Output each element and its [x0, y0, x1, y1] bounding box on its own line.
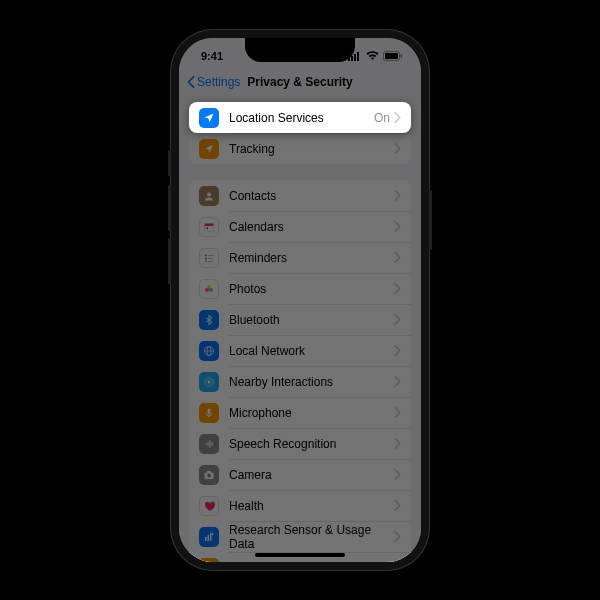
chevron-right-icon: [394, 218, 401, 236]
settings-row-network[interactable]: Local Network: [189, 335, 411, 366]
settings-row-health[interactable]: Health: [189, 490, 411, 521]
row-label: Contacts: [229, 189, 394, 203]
svg-point-15: [205, 260, 207, 262]
row-label: Camera: [229, 468, 394, 482]
svg-rect-2: [354, 54, 356, 61]
row-value: On: [374, 111, 390, 125]
svg-point-18: [205, 288, 209, 292]
settings-row-nearby[interactable]: Nearby Interactions: [189, 366, 411, 397]
svg-rect-12: [208, 255, 213, 256]
settings-row-bluetooth[interactable]: Bluetooth: [189, 304, 411, 335]
row-label: HomeKit: [229, 561, 394, 563]
chevron-right-icon: [394, 528, 401, 546]
location-icon: [199, 108, 219, 128]
chevron-right-icon: [394, 109, 401, 127]
svg-point-11: [205, 254, 207, 256]
nearby-icon: [199, 372, 219, 392]
chevron-right-icon: [394, 497, 401, 515]
calendar-icon: [199, 217, 219, 237]
speech-icon: [199, 434, 219, 454]
settings-group: Location ServicesOnTracking: [189, 102, 411, 164]
mic-icon: [199, 403, 219, 423]
svg-point-32: [207, 473, 211, 477]
health-icon: [199, 496, 219, 516]
svg-point-7: [207, 192, 211, 196]
chevron-right-icon: [394, 559, 401, 563]
homekit-icon: [199, 558, 219, 563]
chevron-right-icon: [394, 311, 401, 329]
device-notch: [245, 38, 355, 62]
svg-rect-36: [210, 533, 212, 541]
wifi-icon: [366, 51, 379, 61]
home-indicator[interactable]: [255, 553, 345, 557]
svg-rect-3: [357, 52, 359, 61]
row-label: Microphone: [229, 406, 394, 420]
svg-rect-30: [212, 442, 213, 446]
bluetooth-icon: [199, 310, 219, 330]
back-label: Settings: [197, 75, 240, 89]
svg-rect-27: [206, 443, 207, 445]
chevron-right-icon: [394, 140, 401, 158]
svg-rect-28: [208, 441, 209, 446]
reminders-icon: [199, 248, 219, 268]
svg-point-19: [209, 288, 213, 292]
network-icon: [199, 341, 219, 361]
settings-group: ContactsCalendarsRemindersPhotosBluetoot…: [189, 180, 411, 562]
tracking-icon: [199, 139, 219, 159]
chevron-right-icon: [394, 466, 401, 484]
chevron-right-icon: [394, 435, 401, 453]
settings-list[interactable]: Location ServicesOnTrackingContactsCalen…: [179, 96, 421, 562]
settings-row-camera[interactable]: Camera: [189, 459, 411, 490]
svg-rect-35: [208, 535, 210, 541]
row-label: Bluetooth: [229, 313, 394, 327]
row-label: Photos: [229, 282, 394, 296]
settings-row-research[interactable]: Research Sensor & Usage Data: [189, 521, 411, 552]
settings-row-photos[interactable]: Photos: [189, 273, 411, 304]
chevron-right-icon: [394, 342, 401, 360]
svg-rect-6: [401, 54, 403, 58]
row-label: Reminders: [229, 251, 394, 265]
chevron-right-icon: [394, 187, 401, 205]
settings-row-calendar[interactable]: Calendars: [189, 211, 411, 242]
row-label: Nearby Interactions: [229, 375, 394, 389]
row-label: Local Network: [229, 344, 394, 358]
svg-rect-34: [205, 537, 207, 541]
nav-bar: Settings Privacy & Security: [179, 68, 421, 96]
row-label: Health: [229, 499, 394, 513]
settings-row-speech[interactable]: Speech Recognition: [189, 428, 411, 459]
row-label: Speech Recognition: [229, 437, 394, 451]
chevron-right-icon: [394, 373, 401, 391]
svg-rect-16: [208, 261, 213, 262]
settings-row-location[interactable]: Location ServicesOn: [189, 102, 411, 133]
row-label: Research Sensor & Usage Data: [229, 523, 394, 551]
row-label: Calendars: [229, 220, 394, 234]
svg-rect-9: [205, 223, 214, 226]
photos-icon: [199, 279, 219, 299]
settings-row-mic[interactable]: Microphone: [189, 397, 411, 428]
svg-rect-10: [207, 227, 209, 229]
settings-row-contacts[interactable]: Contacts: [189, 180, 411, 211]
settings-row-reminders[interactable]: Reminders: [189, 242, 411, 273]
svg-point-13: [205, 257, 207, 259]
camera-icon: [199, 465, 219, 485]
chevron-right-icon: [394, 404, 401, 422]
chevron-left-icon: [187, 76, 195, 88]
svg-rect-14: [208, 258, 213, 259]
svg-rect-26: [208, 408, 211, 414]
row-label: Tracking: [229, 142, 394, 156]
status-time: 9:41: [201, 50, 223, 62]
svg-rect-29: [210, 440, 211, 448]
svg-point-23: [208, 380, 211, 383]
svg-rect-1: [351, 56, 353, 61]
svg-rect-5: [385, 53, 398, 59]
chevron-right-icon: [394, 280, 401, 298]
contacts-icon: [199, 186, 219, 206]
research-icon: [199, 527, 219, 547]
svg-point-37: [212, 533, 214, 535]
back-button[interactable]: Settings: [187, 75, 240, 89]
settings-row-tracking[interactable]: Tracking: [189, 133, 411, 164]
battery-icon: [383, 51, 403, 61]
row-label: Location Services: [229, 111, 374, 125]
svg-rect-33: [207, 471, 211, 473]
chevron-right-icon: [394, 249, 401, 267]
